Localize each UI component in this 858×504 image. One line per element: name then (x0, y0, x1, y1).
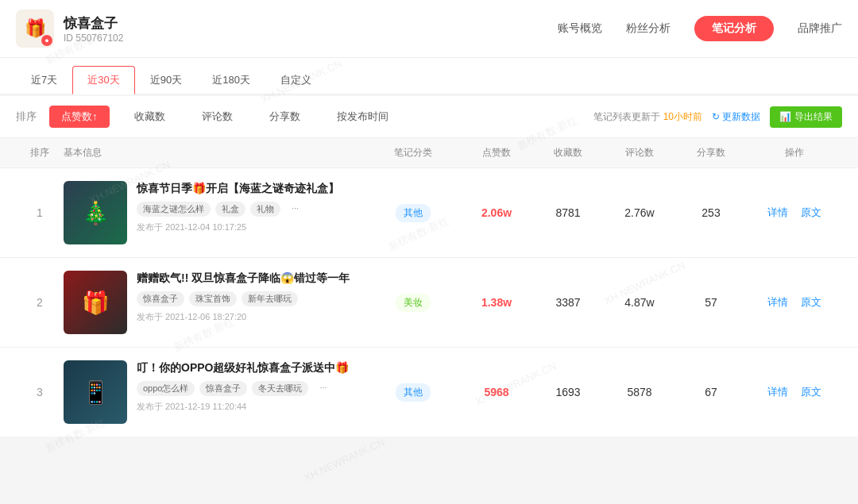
col-comments: 评论数 (604, 146, 675, 160)
table-row: 3 📱 叮！你的OPPO超级好礼惊喜盒子派送中🎁 oppo怎么样 惊喜盒子 冬天… (0, 348, 858, 437)
category-badge-1: 其他 (396, 204, 431, 222)
note-tags-1: 海蓝之谜怎么样 礼盒 礼物 ··· (137, 202, 365, 217)
tab-custom[interactable]: 自定义 (265, 66, 327, 94)
sort-favorites[interactable]: 收藏数 (122, 106, 177, 128)
sort-right: 笔记列表更新于 10小时前 ↻ 更新数据 📊 导出结果 (593, 106, 842, 128)
logo: 🎁 ● (16, 10, 54, 48)
note-date-3: 发布于 2021-12-19 11:20:44 (137, 401, 365, 413)
tag-1-1[interactable]: 礼盒 (215, 202, 245, 217)
original-btn-1[interactable]: 原文 (801, 206, 821, 220)
header: 🎁 ● 惊喜盒子 ID 550767102 账号概览 粉丝分析 笔记分析 品牌推… (0, 0, 858, 58)
brand-info: 惊喜盒子 ID 550767102 (64, 14, 123, 44)
tab-30d[interactable]: 近30天 (72, 66, 134, 94)
rank-1: 1 (16, 206, 64, 219)
col-rank: 排序 (16, 146, 64, 160)
original-btn-3[interactable]: 原文 (801, 385, 821, 399)
detail-btn-1[interactable]: 详情 (767, 206, 788, 220)
col-info: 基本信息 (64, 146, 365, 160)
shares-3: 67 (675, 386, 747, 398)
comments-3: 5878 (604, 386, 675, 398)
nav-brand[interactable]: 品牌推广 (798, 17, 842, 40)
note-title-2: 赠赠欧气!! 双旦惊喜盒子降临😱错过等一年 (137, 271, 365, 287)
excel-icon: 📊 (779, 111, 791, 122)
category-badge-2: 美妆 (396, 294, 431, 312)
note-thumb-1: 🎄 (64, 181, 127, 244)
ops-1: 详情 原文 (747, 206, 842, 220)
col-shares: 分享数 (675, 146, 747, 160)
nav-notes-active[interactable]: 笔记分析 (694, 16, 774, 41)
note-info-3: 📱 叮！你的OPPO超级好礼惊喜盒子派送中🎁 oppo怎么样 惊喜盒子 冬天去哪… (64, 360, 365, 424)
sort-label: 排序 (16, 110, 37, 124)
detail-btn-2[interactable]: 详情 (767, 295, 788, 310)
likes-2: 1.38w (461, 296, 532, 309)
rank-3: 3 (16, 386, 64, 398)
sort-likes[interactable]: 点赞数↑ (49, 106, 110, 128)
note-tags-3: oppo怎么样 惊喜盒子 冬天去哪玩 ··· (137, 381, 365, 396)
note-date-2: 发布于 2021-12-06 18:27:20 (137, 311, 365, 323)
nav-account[interactable]: 账号概览 (558, 17, 602, 40)
comments-2: 4.87w (604, 296, 675, 309)
original-btn-2[interactable]: 原文 (801, 295, 821, 310)
tag-1-0[interactable]: 海蓝之谜怎么样 (137, 202, 211, 217)
sort-comments[interactable]: 评论数 (190, 106, 245, 128)
comments-1: 2.76w (604, 206, 675, 219)
tag-3-0[interactable]: oppo怎么样 (137, 381, 195, 396)
sort-shares[interactable]: 分享数 (257, 106, 312, 128)
update-prefix: 笔记列表更新于 10小时前 (593, 110, 702, 124)
table-row: 2 🎁 赠赠欧气!! 双旦惊喜盒子降临😱错过等一年 惊喜盒子 珠宝首饰 新年去哪… (0, 258, 858, 348)
col-ops: 操作 (747, 146, 842, 160)
ops-3: 详情 原文 (747, 385, 842, 399)
watermark-10: XH.NEWRANK.CN (302, 436, 387, 483)
ops-2: 详情 原文 (747, 295, 842, 310)
note-tags-2: 惊喜盒子 珠宝首饰 新年去哪玩 (137, 291, 365, 306)
tab-7d[interactable]: 近7天 (16, 66, 72, 94)
category-3: 其他 (365, 383, 461, 402)
logo-badge: ● (41, 35, 52, 46)
thumb-emoji-3: 📱 (64, 360, 127, 424)
tag-more-3[interactable]: ··· (313, 381, 333, 396)
tag-3-1[interactable]: 惊喜盒子 (199, 381, 247, 396)
tag-2-0[interactable]: 惊喜盒子 (137, 291, 184, 306)
tag-more-1[interactable]: ··· (285, 202, 305, 217)
note-content-1: 惊喜节日季🎁开启【海蓝之谜奇迹礼盒】 海蓝之谜怎么样 礼盒 礼物 ··· 发布于… (137, 181, 365, 244)
thumb-emoji-1: 🎄 (64, 181, 127, 244)
sort-left: 排序 点赞数↑ 收藏数 评论数 分享数 按发布时间 (16, 106, 400, 128)
tag-2-1[interactable]: 珠宝首饰 (189, 291, 237, 306)
sort-time[interactable]: 按发布时间 (325, 106, 400, 128)
note-info-1: 🎄 惊喜节日季🎁开启【海蓝之谜奇迹礼盒】 海蓝之谜怎么样 礼盒 礼物 ··· 发… (64, 181, 365, 244)
favorites-3: 1693 (532, 386, 604, 398)
favorites-1: 8781 (532, 206, 604, 219)
table-header: 排序 基本信息 笔记分类 点赞数 收藏数 评论数 分享数 操作 (0, 138, 858, 168)
likes-1: 2.06w (461, 206, 532, 219)
detail-btn-3[interactable]: 详情 (767, 385, 788, 399)
note-content-3: 叮！你的OPPO超级好礼惊喜盒子派送中🎁 oppo怎么样 惊喜盒子 冬天去哪玩 … (137, 360, 365, 424)
note-title-1: 惊喜节日季🎁开启【海蓝之谜奇迹礼盒】 (137, 181, 365, 197)
refresh-button[interactable]: ↻ 更新数据 (712, 110, 760, 124)
export-button[interactable]: 📊 导出结果 (770, 106, 842, 128)
note-title-3: 叮！你的OPPO超级好礼惊喜盒子派送中🎁 (137, 360, 365, 376)
tag-2-2[interactable]: 新年去哪玩 (242, 291, 298, 306)
tab-90d[interactable]: 近90天 (135, 66, 197, 94)
tab-180d[interactable]: 近180天 (197, 66, 265, 94)
shares-2: 57 (675, 296, 747, 309)
note-date-1: 发布于 2021-12-04 10:17:25 (137, 221, 365, 233)
note-thumb-3: 📱 (64, 360, 127, 424)
note-thumb-2: 🎁 (64, 271, 127, 334)
note-info-2: 🎁 赠赠欧气!! 双旦惊喜盒子降临😱错过等一年 惊喜盒子 珠宝首饰 新年去哪玩 … (64, 271, 365, 334)
nav-fans[interactable]: 粉丝分析 (626, 17, 671, 40)
refresh-icon: ↻ (712, 111, 720, 122)
tag-3-2[interactable]: 冬天去哪玩 (252, 381, 308, 396)
col-favorites: 收藏数 (532, 146, 604, 160)
tag-1-2[interactable]: 礼物 (250, 202, 280, 217)
likes-3: 5968 (461, 386, 532, 398)
tab-bar: 近7天 近30天 近90天 近180天 自定义 (0, 58, 858, 94)
header-left: 🎁 ● 惊喜盒子 ID 550767102 (16, 10, 123, 48)
category-1: 其他 (365, 204, 461, 222)
favorites-2: 3387 (532, 296, 604, 309)
header-nav: 账号概览 粉丝分析 笔记分析 品牌推广 (558, 16, 842, 41)
thumb-emoji-2: 🎁 (64, 271, 127, 334)
note-content-2: 赠赠欧气!! 双旦惊喜盒子降临😱错过等一年 惊喜盒子 珠宝首饰 新年去哪玩 发布… (137, 271, 365, 334)
brand-id: ID 550767102 (64, 33, 123, 44)
category-badge-3: 其他 (396, 383, 431, 402)
sort-bar: 排序 点赞数↑ 收藏数 评论数 分享数 按发布时间 笔记列表更新于 10小时前 … (0, 96, 858, 138)
